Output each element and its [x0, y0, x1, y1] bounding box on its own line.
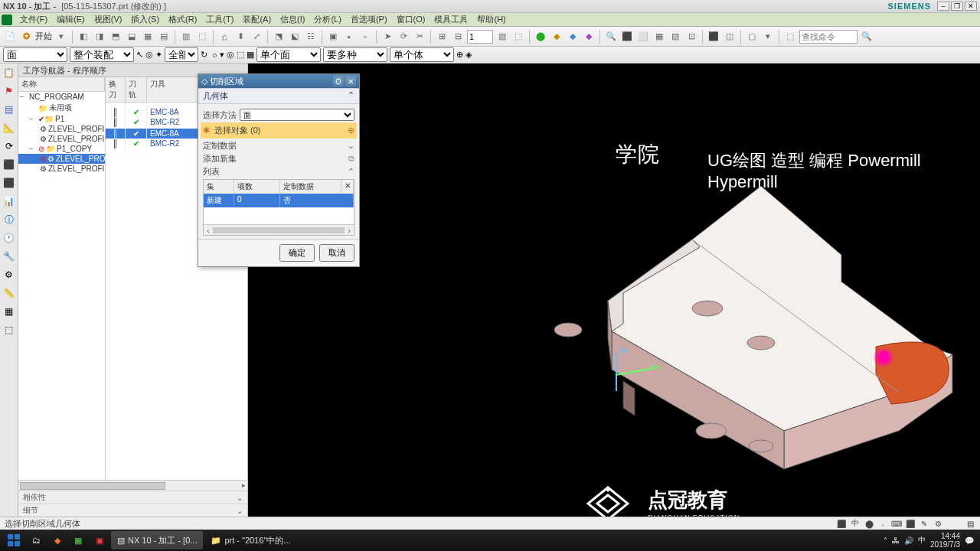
rail-icon-15[interactable]: ⬚	[3, 324, 15, 336]
sel-icon-1[interactable]: ↖	[136, 50, 143, 60]
tb-icon-30[interactable]: ⬛	[620, 30, 634, 44]
start-button[interactable]: ✪	[19, 30, 33, 44]
rail-icon-14[interactable]: ▦	[3, 305, 15, 318]
select-obj-label[interactable]: 选择对象 (0)	[214, 125, 345, 136]
search-go-icon[interactable]: 🔍	[860, 30, 874, 44]
sel-icon-6[interactable]: ▾	[220, 50, 224, 60]
menu-file[interactable]: 文件(F)	[15, 14, 52, 25]
status-icon-2[interactable]: 中	[850, 518, 861, 529]
tb-icon-23[interactable]: ▥	[495, 30, 509, 44]
restore-button[interactable]: ❐	[951, 2, 963, 11]
tb-icon-20[interactable]: ✂	[413, 30, 426, 44]
rail-icon-10[interactable]: 🕐	[3, 232, 15, 244]
tb-icon-32[interactable]: ▦	[652, 30, 666, 44]
tb-icon-16[interactable]: ▪	[342, 30, 356, 44]
combo-1[interactable]	[467, 30, 493, 44]
rail-icon-9[interactable]: ⓘ	[3, 214, 15, 226]
tb-icon-29[interactable]: 🔍	[604, 30, 618, 44]
menu-mold[interactable]: 模具工具	[430, 14, 472, 25]
tb-icon-35[interactable]: ⬛	[707, 30, 720, 44]
tree-p1copy[interactable]: −⊘📁 P1_COPY	[18, 144, 105, 154]
tree-op-0[interactable]: ⚙ ZLEVEL_PROFI...	[18, 124, 105, 134]
tb-icon-14[interactable]: ☷	[304, 30, 318, 44]
status-icon-4[interactable]: ，	[877, 518, 888, 529]
th-delete-icon[interactable]: ✕	[341, 180, 354, 194]
start-button-win[interactable]	[3, 531, 24, 549]
tb-icon-5[interactable]: ▦	[141, 30, 155, 44]
menu-prefs[interactable]: 首选项(P)	[346, 14, 392, 25]
tb-icon-2[interactable]: ◨	[93, 30, 106, 44]
status-icon-8[interactable]: ⚙	[933, 518, 943, 529]
rail-icon-3[interactable]: ▤	[3, 103, 15, 116]
tb-icon-6[interactable]: ▤	[157, 30, 171, 44]
ok-button[interactable]: 确定	[279, 244, 315, 262]
method-select[interactable]: 面	[240, 109, 354, 121]
sel-icon-10[interactable]: ⊕	[456, 50, 463, 60]
tb-icon-22[interactable]: ⊟	[451, 30, 465, 44]
menu-help[interactable]: 帮助(H)	[472, 14, 510, 25]
filter-left[interactable]: 面	[3, 47, 67, 62]
dlg-hscroll[interactable]: ‹›	[204, 224, 354, 235]
tb-icon-39[interactable]: ⬚	[783, 30, 797, 44]
tb-icon-18[interactable]: ➤	[381, 30, 394, 44]
rail-icon-12[interactable]: ⚙	[3, 269, 15, 281]
tb-icon-4[interactable]: ⬓	[125, 30, 139, 44]
filter-body[interactable]: 单个体	[390, 47, 454, 62]
filter-type[interactable]: 要多种	[323, 47, 387, 62]
dlg-close-icon[interactable]: ✕	[345, 76, 356, 86]
new-icon[interactable]: 📄	[3, 30, 17, 44]
sel-icon-11[interactable]: ◈	[466, 50, 472, 60]
tb-icon-3[interactable]: ⬒	[109, 30, 122, 44]
status-icon-5[interactable]: ⌨	[891, 518, 902, 529]
dropdown-icon[interactable]: ▾	[54, 30, 68, 44]
dlg-sec-geom[interactable]: 几何体⌃	[198, 88, 359, 104]
tb-icon-37[interactable]: ▢	[745, 30, 759, 44]
menu-info[interactable]: 信息(I)	[276, 14, 309, 25]
tray-ime-icon[interactable]: 中	[918, 535, 926, 546]
tb-icon-31[interactable]: ⬜	[636, 30, 650, 44]
tb-icon-36[interactable]: ◫	[723, 30, 737, 44]
task-item-3[interactable]: ▦	[68, 531, 88, 549]
tray-notif-icon[interactable]: 💬	[965, 536, 974, 545]
nav-hscroll[interactable]: ▸	[18, 480, 247, 491]
sel-icon-9[interactable]: ▦	[247, 50, 254, 60]
sel-icon-8[interactable]: ⬚	[237, 50, 244, 60]
tb-icon-26[interactable]: ◆	[550, 30, 564, 44]
tb-icon-25[interactable]: ⬤	[534, 30, 547, 44]
task-item-4[interactable]: ▣	[90, 531, 109, 549]
rail-icon-8[interactable]: 📊	[3, 195, 15, 207]
dlg-pin-icon[interactable]: ʘ	[333, 76, 344, 86]
cancel-button[interactable]: 取消	[319, 244, 354, 262]
status-icon-3[interactable]: ⬤	[864, 518, 874, 529]
tray-clock[interactable]: 14:44 2019/7/3	[930, 532, 960, 549]
task-item-1[interactable]: 🗂	[26, 531, 47, 549]
rail-icon-6[interactable]: ⬛	[3, 158, 15, 171]
status-icon-6[interactable]: ⬛	[905, 518, 916, 529]
tb-icon-11[interactable]: ⤢	[250, 30, 263, 44]
tb-icon-33[interactable]: ▧	[668, 30, 682, 44]
rail-nav-icon[interactable]: 📋	[3, 67, 15, 79]
pick-icon[interactable]: ⊕	[348, 126, 354, 135]
tb-icon-38[interactable]: ▾	[761, 30, 775, 44]
sel-icon-4[interactable]: ↻	[201, 50, 207, 60]
nav-sec-detail[interactable]: 细节⌄	[18, 504, 247, 517]
menu-tools[interactable]: 工具(T)	[201, 14, 238, 25]
start-label[interactable]: 开始	[35, 31, 52, 42]
tree-p1[interactable]: −✔📁 P1	[18, 114, 105, 124]
rail-icon-13[interactable]: 📏	[3, 287, 15, 299]
tb-icon-1[interactable]: ◧	[77, 30, 90, 44]
menu-format[interactable]: 格式(R)	[164, 14, 201, 25]
tb-icon-17[interactable]: ▫	[358, 30, 372, 44]
nav-sec-dep[interactable]: 相依性⌄	[18, 491, 247, 504]
tree-op-3[interactable]: ⚙ ZLEVEL_PROFI...	[18, 164, 105, 174]
tb-icon-34[interactable]: ⊡	[684, 30, 698, 44]
tree-op-2[interactable]: ⊘⚙ ZLEVEL_PROFI...	[18, 154, 105, 164]
tree-op-1[interactable]: ⚙ ZLEVEL_PROFI...	[18, 134, 105, 144]
status-icon-7[interactable]: ✎	[919, 518, 929, 529]
tb-icon-12[interactable]: ⬔	[272, 30, 286, 44]
command-search[interactable]	[799, 30, 858, 44]
rail-icon-5[interactable]: ⟳	[3, 140, 15, 152]
rail-icon-4[interactable]: 📐	[3, 122, 15, 134]
menu-view[interactable]: 视图(V)	[90, 14, 127, 25]
task-item-2[interactable]: ◆	[48, 531, 67, 549]
